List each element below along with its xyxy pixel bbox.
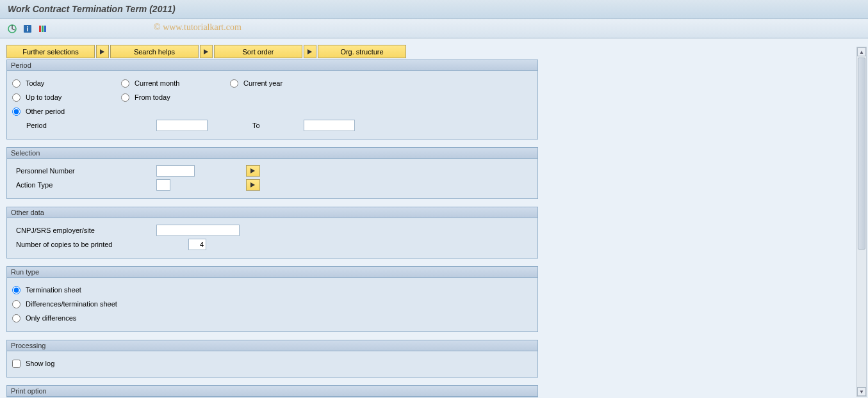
- svg-rect-3: [39, 26, 41, 32]
- run-type-title: Run type: [7, 267, 537, 278]
- execute-icon[interactable]: [6, 23, 18, 35]
- other-data-group: Other data CNPJ/SRS employer/site Number…: [6, 207, 538, 259]
- svg-rect-5: [44, 26, 46, 32]
- radio-today[interactable]: [12, 79, 20, 88]
- personnel-number-multi-button[interactable]: [246, 165, 260, 177]
- radio-from-today[interactable]: [121, 93, 129, 102]
- label-diff-termination: Differences/termination sheet: [26, 300, 117, 308]
- cnpj-input[interactable]: [156, 225, 240, 236]
- sap-window: Work Contract Termination Term (2011) i …: [0, 0, 868, 398]
- label-up-to-today: Up to today: [26, 93, 61, 101]
- label-other-period: Other period: [26, 107, 65, 115]
- period-group-title: Period: [7, 60, 537, 71]
- scroll-down-icon[interactable]: ▼: [857, 387, 866, 396]
- search-helps-arrow-button[interactable]: [200, 45, 213, 58]
- vertical-scrollbar[interactable]: ▲ ▼: [856, 47, 867, 397]
- print-option-group: Print option: [6, 385, 538, 397]
- selection-button-row: Further selections Search helps Sort ord…: [6, 45, 852, 58]
- info-icon[interactable]: i: [22, 23, 33, 35]
- title-bar: Work Contract Termination Term (2011): [0, 0, 868, 19]
- label-current-month: Current month: [135, 79, 179, 87]
- label-from-today: From today: [135, 93, 170, 101]
- org-structure-button[interactable]: Org. structure: [318, 45, 406, 58]
- print-option-title: Print option: [7, 386, 537, 397]
- radio-other-period[interactable]: [12, 107, 20, 116]
- variant-icon[interactable]: [37, 23, 49, 35]
- window-title: Work Contract Termination Term (2011): [8, 4, 176, 14]
- search-helps-button[interactable]: Search helps: [110, 45, 199, 58]
- other-data-title: Other data: [7, 207, 537, 218]
- action-type-label: Action Type: [12, 181, 156, 189]
- radio-termination-sheet[interactable]: [12, 286, 20, 294]
- cnpj-label: CNPJ/SRS employer/site: [12, 227, 156, 234]
- further-selections-button[interactable]: Further selections: [6, 45, 95, 58]
- processing-group: Processing Show log: [6, 340, 538, 378]
- scroll-thumb[interactable]: [858, 58, 865, 250]
- copies-label: Number of copies to be printed: [12, 241, 156, 248]
- selection-group: Selection Personnel Number Action Type: [6, 147, 538, 199]
- action-type-multi-button[interactable]: [246, 179, 260, 191]
- period-from-input[interactable]: [156, 120, 208, 131]
- radio-current-year[interactable]: [230, 79, 238, 88]
- period-field-label: Period: [12, 122, 156, 129]
- period-to-input[interactable]: [304, 120, 355, 131]
- run-type-group: Run type Termination sheet Differences/t…: [6, 266, 538, 332]
- period-to-label: To: [208, 122, 304, 129]
- radio-up-to-today[interactable]: [12, 93, 20, 102]
- action-type-input[interactable]: [156, 179, 170, 191]
- radio-current-month[interactable]: [121, 79, 129, 88]
- personnel-number-input[interactable]: [156, 165, 195, 177]
- svg-rect-4: [42, 26, 44, 32]
- further-selections-arrow-button[interactable]: [96, 45, 109, 58]
- label-only-diff: Only differences: [26, 314, 76, 322]
- checkbox-show-log[interactable]: [12, 360, 20, 368]
- period-group: Period Today Current month C: [6, 60, 538, 139]
- personnel-number-label: Personnel Number: [12, 167, 156, 175]
- radio-only-diff[interactable]: [12, 314, 20, 322]
- content-area: Further selections Search helps Sort ord…: [0, 38, 868, 398]
- svg-text:i: i: [27, 26, 29, 33]
- processing-title: Processing: [7, 340, 537, 351]
- selection-group-title: Selection: [7, 148, 537, 159]
- label-show-log: Show log: [26, 360, 54, 367]
- copies-input[interactable]: [188, 239, 206, 250]
- app-toolbar: i: [0, 19, 868, 38]
- label-current-year: Current year: [243, 79, 283, 87]
- scroll-up-icon[interactable]: ▲: [857, 47, 866, 56]
- label-today: Today: [26, 79, 44, 87]
- sort-order-arrow-button[interactable]: [304, 45, 316, 58]
- label-termination-sheet: Termination sheet: [26, 286, 81, 294]
- sort-order-button[interactable]: Sort order: [214, 45, 302, 58]
- radio-diff-termination[interactable]: [12, 300, 20, 308]
